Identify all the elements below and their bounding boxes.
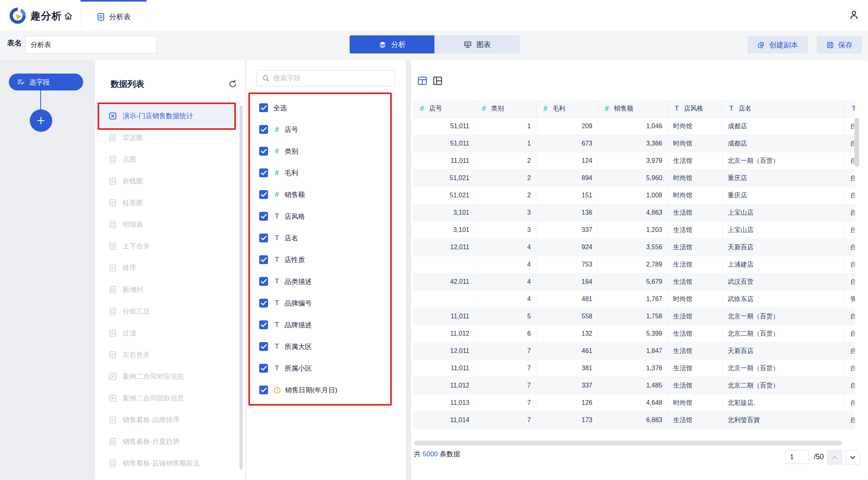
save-button[interactable]: 保存 bbox=[817, 36, 862, 53]
table-cell: 管 bbox=[845, 291, 855, 308]
doc-icon bbox=[108, 199, 117, 207]
table-horizontal-scrollbar[interactable] bbox=[414, 441, 842, 445]
checkbox-checked[interactable] bbox=[259, 190, 268, 199]
field-checkbox-row[interactable]: T品类描述 bbox=[246, 271, 406, 292]
checkbox-checked[interactable] bbox=[259, 212, 268, 221]
table-column-header[interactable]: T店风格 bbox=[668, 100, 723, 117]
checkbox-checked[interactable] bbox=[259, 320, 268, 329]
datalist-item[interactable]: 案例二合同回款信息 bbox=[95, 387, 238, 409]
datalist-item[interactable]: 排序 bbox=[95, 257, 238, 279]
table-cell: 北京一期（百货） bbox=[723, 152, 845, 169]
datalist-item[interactable]: 演示-门店销售数据统计 bbox=[95, 105, 238, 127]
view-header-left-button[interactable] bbox=[432, 76, 443, 86]
page-number-input[interactable] bbox=[786, 450, 809, 464]
tab-analysis-mode[interactable]: 分析 bbox=[350, 35, 434, 53]
field-checkbox-row[interactable]: T店名 bbox=[246, 227, 406, 249]
datalist-item[interactable]: 点图 bbox=[95, 148, 238, 170]
check-icon bbox=[261, 279, 267, 284]
number-type-icon: # bbox=[480, 105, 487, 113]
table-cell: 3,979 bbox=[598, 152, 668, 169]
field-checkbox-row[interactable]: T品牌编号 bbox=[246, 292, 406, 314]
field-checkbox-row[interactable]: #销售额 bbox=[246, 184, 406, 205]
datalist-item-label: 过滤 bbox=[123, 328, 136, 338]
table-column-header[interactable]: T bbox=[845, 100, 855, 117]
refresh-button[interactable] bbox=[228, 79, 237, 89]
field-checkbox-row[interactable]: T品牌描述 bbox=[246, 314, 406, 336]
table-cell: 自 bbox=[845, 170, 855, 187]
home-icon bbox=[63, 11, 73, 21]
page-down-button[interactable] bbox=[845, 450, 860, 465]
field-checkbox-row[interactable]: T所属小区 bbox=[246, 357, 406, 379]
field-checkbox-row[interactable]: T店风格 bbox=[246, 205, 406, 227]
app-logo-icon bbox=[10, 8, 26, 24]
checkbox-checked[interactable] bbox=[259, 255, 268, 264]
home-button[interactable] bbox=[63, 10, 74, 22]
table-cell: 上宝山店 bbox=[723, 204, 845, 221]
table-cell: 337 bbox=[536, 377, 598, 394]
add-step-button[interactable] bbox=[30, 109, 52, 132]
datalist-item-label: 左右合并 bbox=[123, 350, 150, 359]
table-cell: 时尚馆 bbox=[668, 187, 723, 204]
table-cell: 209 bbox=[536, 118, 598, 135]
field-checkbox-row[interactable]: #店号 bbox=[246, 119, 406, 140]
field-checkbox-row[interactable]: #类别 bbox=[246, 140, 406, 162]
datalist-item-label: 新增列 bbox=[123, 285, 143, 294]
checkbox-checked[interactable] bbox=[259, 364, 268, 373]
table-cell: 自 bbox=[845, 204, 855, 221]
table-row: 12,01174611,847生活馆天新百店自 bbox=[413, 343, 855, 360]
tab-label: 分析表 bbox=[109, 12, 131, 22]
datalist-item[interactable]: 雷达图 bbox=[95, 127, 238, 148]
checkbox-checked[interactable] bbox=[259, 299, 268, 308]
save-icon bbox=[826, 41, 834, 49]
checkbox-checked[interactable] bbox=[259, 342, 268, 351]
search-input[interactable] bbox=[270, 74, 395, 82]
table-column-header[interactable]: T店名 bbox=[723, 100, 845, 117]
select-fields-node[interactable]: 选字段 bbox=[9, 74, 83, 90]
user-button[interactable] bbox=[847, 8, 861, 22]
datalist-scrollbar[interactable] bbox=[240, 106, 243, 470]
checkbox-checked[interactable] bbox=[259, 277, 268, 286]
select-all-checkbox-row[interactable]: 全选 bbox=[246, 97, 406, 119]
table-vertical-scrollbar[interactable] bbox=[854, 118, 859, 167]
datalist-item[interactable]: 销售看板-店铺销售额前五 bbox=[95, 452, 238, 474]
tab-analysis-table[interactable]: 分析表 bbox=[80, 0, 147, 32]
table-cell: 136 bbox=[536, 204, 598, 221]
table-name-input[interactable] bbox=[25, 36, 157, 53]
datalist-item[interactable]: 左右合并 bbox=[95, 344, 238, 365]
datalist-item[interactable]: 分组汇总 bbox=[95, 300, 238, 322]
table-cell: 天新百店 bbox=[723, 343, 845, 359]
create-copy-button[interactable]: 创建副本 bbox=[747, 36, 808, 53]
datalist-item[interactable]: 折线图 bbox=[95, 170, 238, 192]
view-header-top-button[interactable] bbox=[417, 76, 428, 86]
field-checkbox-row[interactable]: #毛利 bbox=[246, 162, 406, 184]
table-column-header[interactable]: #销售额 bbox=[598, 100, 668, 117]
checkbox-checked[interactable] bbox=[259, 103, 268, 112]
datalist-item[interactable]: 柱形图 bbox=[95, 192, 238, 213]
select-fields-label: 选字段 bbox=[29, 78, 50, 87]
datalist-item-label: 雷达图 bbox=[123, 133, 143, 142]
field-checkbox-row[interactable]: 销售日期(年月日) bbox=[246, 379, 406, 401]
table-column-header[interactable]: #类别 bbox=[475, 100, 536, 117]
datalist-item[interactable]: 销售看板-月度趋势 bbox=[95, 431, 238, 452]
datalist-item[interactable]: 过滤 bbox=[95, 322, 238, 344]
table-cell: 6,883 bbox=[598, 412, 668, 429]
page-up-button[interactable] bbox=[827, 450, 842, 465]
datalist-item-label: 折线图 bbox=[123, 176, 143, 186]
datalist-item[interactable]: 案例二合同对应信息 bbox=[95, 365, 238, 387]
table-column-header[interactable]: #毛利 bbox=[536, 100, 598, 117]
tab-chart-mode[interactable]: 图表 bbox=[434, 35, 520, 53]
table-cell: 自 bbox=[845, 187, 855, 204]
field-checkbox-row[interactable]: T店性质 bbox=[246, 249, 406, 271]
datalist-item[interactable]: 上下合并 bbox=[95, 235, 238, 257]
field-checkbox-row[interactable]: T所属大区 bbox=[246, 336, 406, 357]
checkbox-checked[interactable] bbox=[259, 234, 268, 242]
table-column-header[interactable]: #店号 bbox=[413, 100, 475, 117]
number-type-icon: # bbox=[273, 125, 280, 134]
checkbox-checked[interactable] bbox=[259, 125, 268, 134]
checkbox-checked[interactable] bbox=[259, 147, 268, 156]
datalist-item[interactable]: 销售看板-品牌排序 bbox=[95, 409, 238, 431]
datalist-item[interactable]: 新增列 bbox=[95, 279, 238, 300]
checkbox-checked[interactable] bbox=[259, 168, 268, 177]
datalist-item[interactable]: 明细表 bbox=[95, 213, 238, 235]
checkbox-checked[interactable] bbox=[259, 386, 268, 394]
